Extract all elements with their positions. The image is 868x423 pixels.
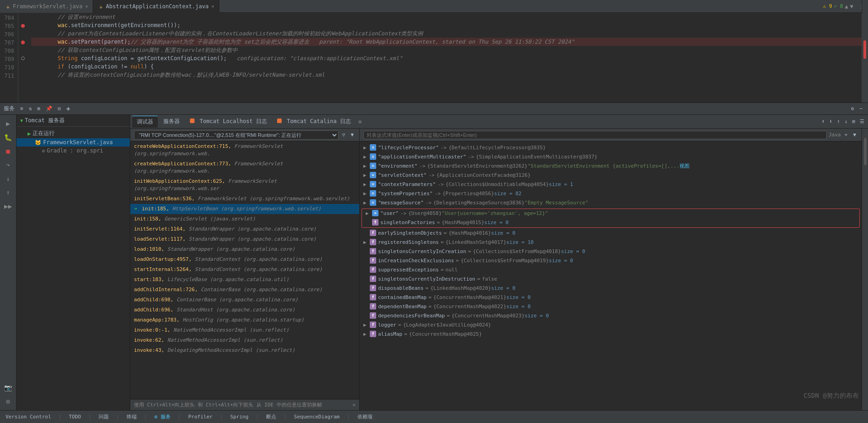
frame-14[interactable]: addChild:696, StandardHost (org.apache.c… [130,305,359,315]
debug-icon-dl-down[interactable]: ⬇ [828,118,835,125]
var-item-singletonscreation[interactable]: ▶ f singletonsCurrentlyInCreation = {Col… [360,247,862,256]
var-arrow-user[interactable]: ▶ [366,210,372,217]
var-arrow-servletcontext[interactable]: ▶ [363,172,370,179]
frame-7[interactable]: loadServlet:1117, StandardWrapper (org.a… [130,234,359,244]
var-item-dependentbeanmap[interactable]: ▶ f dependentBeanMap = {ConcurrentHashMa… [360,302,862,311]
var-item-dependenciesbeanmap[interactable]: ▶ f dependenciesForBeanMap = {Concurrent… [360,311,862,321]
right-scrollbar[interactable] [862,129,868,410]
frame-16[interactable]: invoke:0:-1, NativeMethodAccessorImpl (s… [130,325,359,335]
frame-13[interactable]: addChild:698, ContainerBase (org.apache.… [130,295,359,305]
services-icon-5[interactable]: ⊟ [56,105,63,113]
tab-frameworkservlet[interactable]: ☕ FrameworkServlet.java ✕ [0,0,93,13]
var-item-singletonsdestruction[interactable]: ▶ f singletonsCurrentlyInDestruction = f… [360,275,862,284]
var-item-sysprops[interactable]: ▶ ≡ "systemProperties" -> {Properties@40… [360,189,862,198]
frame-4[interactable]: ➜ init:185, HttpServletBean (org.springf… [130,204,359,214]
sidebar-icon-resume[interactable]: ▶▶ [2,200,15,213]
var-item-multicaster[interactable]: ▶ ≡ "applicationEventMulticaster" -> {Si… [360,152,862,162]
var-item-contextparams[interactable]: ▶ ≡ "contextParameters" -> {Collections$… [360,180,862,189]
status-spring[interactable]: Spring [228,413,250,421]
status-services[interactable]: ⚙ 服务 [152,412,172,421]
var-arrow-registeredsingleton[interactable]: ▶ [363,239,370,246]
sidebar-icon-settings2[interactable]: ⚙ [2,395,15,408]
status-problems[interactable]: 问题 [97,412,111,421]
var-item-disposablebeans[interactable]: ▶ f disposableBeans = {LinkedHashMap@402… [360,284,862,293]
nav-down[interactable]: ▼ [850,3,853,10]
tab-server[interactable]: 服务器 [159,116,184,127]
tab-tomcat-localhost[interactable]: Tomcat Localhost 日志 [185,116,272,127]
debug-icon-dl-up[interactable]: ⬆ [820,118,827,125]
status-todo[interactable]: TODO [67,413,83,421]
filter-icon[interactable]: ▽ [340,131,347,139]
frame-15[interactable]: manageApp:1783, HostConfig (org.apache.c… [130,315,359,325]
debug-icon-table[interactable]: ⊞ [850,118,857,125]
frame-10[interactable]: startInternal:5264, StandardContext (org… [130,265,359,275]
services-icon-2[interactable]: ⇅ [27,105,34,113]
var-item-registeredsingleton[interactable]: ▶ f registeredSingletons = {LinkedHashSe… [360,238,862,247]
sidebar-icon-stepout[interactable]: ↑ [2,186,15,199]
sidebar-icon-debug[interactable]: 🐛 [2,131,15,144]
var-arrow-sysprops[interactable]: ▶ [363,190,370,197]
var-arrow-environment[interactable]: ▶ [363,163,370,170]
frame-18[interactable]: invoke:43, DelegatingMethodAccessorImpl … [130,345,359,355]
tab-abstractapplicationcontext[interactable]: ☕ AbstractApplicationContext.java ✕ [93,0,219,13]
var-arrow-multicaster[interactable]: ▶ [363,153,370,161]
thread-menu[interactable]: ▼ [349,131,356,139]
var-item-earlysingleton[interactable]: ▶ f earlySingletonObjects = {HashMap@401… [360,229,862,238]
frame-3[interactable]: initServletBean:536, FrameworkServlet (o… [130,194,359,204]
var-item-user[interactable]: ▶ ≡ "user" -> {User@4058} "User{username… [362,209,859,218]
thread-selector[interactable]: "RMI TCP Connection(5)-127.0...."@2,515 … [134,130,339,140]
status-breakpoints[interactable]: 断点 [264,412,278,421]
frame-8[interactable]: load:1010, StandardWrapper (org.apache.c… [130,244,359,254]
expression-input[interactable] [363,131,827,139]
var-add-icon[interactable]: + [843,131,850,139]
tree-item-running[interactable]: ▶ 正在运行 [17,129,130,138]
frames-list[interactable]: createWebApplicationContext:715, Framewo… [130,141,359,399]
var-item-servletcontext[interactable]: ▶ ≡ "servletContext" -> {ApplicationCont… [360,171,862,180]
frame-9[interactable]: loadOnStartup:4957, StandardContext (org… [130,254,359,265]
frame-11[interactable]: start:183, LifecycleBase (org.apache.cat… [130,275,359,285]
var-arrow-aliasmap[interactable]: ▶ [363,331,370,338]
frame-17[interactable]: invoke:62, NativeMethodAccessorImpl (sun… [130,335,359,345]
tab-debugger[interactable]: 调试器 [132,116,158,128]
frame-0[interactable]: createWebApplicationContext:715, Framewo… [130,141,359,159]
sidebar-icon-stepinto[interactable]: ↓ [2,172,15,185]
var-view-link[interactable]: 视图 [679,163,690,170]
services-icon-4[interactable]: 📌 [44,105,54,113]
frame-12[interactable]: addChildInternal:726, ContainerBase (org… [130,285,359,295]
tab1-close[interactable]: ✕ [85,4,88,9]
var-item-environment[interactable]: ▶ ≡ "environment" -> {StandardServletEnv… [360,162,862,171]
services-add[interactable]: + [65,104,72,113]
var-arrow-messagesource[interactable]: ▶ [363,199,370,207]
frame-5[interactable]: init:158, GenericServlet (javax.servlet) [130,214,359,224]
tree-item-gradle[interactable]: ⚙ Gradle : org.spri [17,147,130,155]
frames-status-close[interactable]: ✕ [352,402,356,408]
var-item-containedbeanmap[interactable]: ▶ f containedBeanMap = {ConcurrentHashMa… [360,293,862,302]
frame-1[interactable]: createWebApplicationContext:773, Framewo… [130,159,359,176]
code-content[interactable]: // 设置environment wac.setEnvironment(getE… [28,13,862,102]
status-sequence-diagram[interactable]: SequenceDiagram [292,413,341,421]
frame-2[interactable]: initWebApplicationContext:625, Framework… [130,176,359,194]
tab2-close[interactable]: ✕ [211,4,214,9]
var-item-lifecycle[interactable]: ▶ ≡ "lifecycleProcessor" -> {DefaultLife… [360,143,862,152]
debug-icon-up[interactable]: ↑ [835,118,842,125]
var-item-messagesource[interactable]: ▶ ≡ "messageSource" -> {DelegatingMessag… [360,198,862,208]
var-item-singletonfactories[interactable]: ▶ f singletonFactories = {HashMap@4015} … [362,218,859,227]
debug-icon-down[interactable]: ↓ [843,118,850,125]
sidebar-icon-stop[interactable]: ■ [2,145,15,158]
status-dependencies[interactable]: 依赖项 [356,412,374,421]
var-arrow-logger[interactable]: ▶ [363,321,370,329]
code-editor[interactable]: 704 705 706 707 708 709 710 711 ● ● [0,13,868,102]
sidebar-icon-step[interactable]: ↷ [2,158,15,171]
var-arrow-lifecycle[interactable]: ▶ [363,144,370,152]
var-item-logger[interactable]: ▶ f logger = {LogAdapter$JavaUtilLog@402… [360,321,862,330]
debug-icon-menu[interactable]: ☰ [858,118,866,125]
nav-up[interactable]: ▲ [845,3,848,10]
services-collapse[interactable]: − [857,105,864,113]
var-arrow-contextparams[interactable]: ▶ [363,181,370,188]
variables-list[interactable]: ▶ ≡ "lifecycleProcessor" -> {DefaultLife… [360,141,862,410]
var-item-suppressed[interactable]: ▶ f suppressedExceptions = null [360,265,862,275]
status-version-control[interactable]: Version Control [4,413,53,421]
services-icon-3[interactable]: ⊞ [35,105,42,113]
frame-6[interactable]: initServlet:1164, StandardWrapper (org.a… [130,224,359,234]
sidebar-icon-run[interactable]: ▶ [2,117,15,130]
